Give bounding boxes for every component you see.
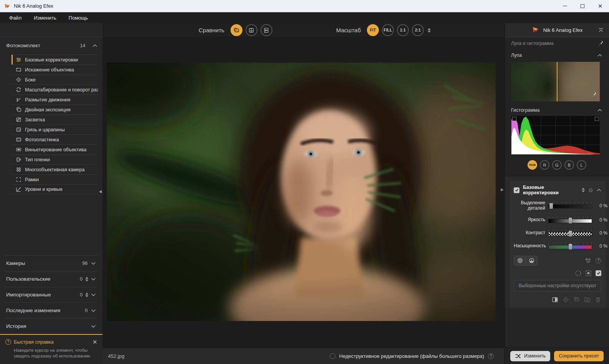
stepper-icon[interactable] bbox=[85, 277, 88, 281]
diamond-plus-icon[interactable] bbox=[563, 296, 569, 303]
loupe-image bbox=[511, 62, 600, 101]
loupe-preview[interactable] bbox=[511, 62, 600, 101]
zoom-fill-button[interactable]: FILL bbox=[382, 24, 394, 36]
chevron-up-icon[interactable] bbox=[597, 54, 602, 57]
trash-icon[interactable] bbox=[595, 296, 601, 303]
reorder-stepper-icon[interactable] bbox=[582, 188, 585, 192]
collapse-left-panel-icon[interactable]: ◀ bbox=[99, 189, 102, 194]
collapse-right-panel-icon[interactable]: ▶ bbox=[501, 187, 504, 192]
photokit-label: Фотокомплект bbox=[6, 43, 40, 48]
sidebar-item-zoom-rotate[interactable]: Масштабирование и поворот раз… bbox=[12, 84, 98, 94]
chevron-down-icon[interactable] bbox=[91, 325, 96, 328]
channel-b-button[interactable]: B bbox=[564, 160, 574, 170]
contrast-slider[interactable] bbox=[549, 229, 592, 237]
zoom-fit-button[interactable]: FIT bbox=[367, 24, 379, 36]
sidebar-item-motion-blur[interactable]: Размытие движения bbox=[12, 94, 98, 104]
filename-label: 452.jpg bbox=[108, 353, 124, 359]
quick-help-text: Наведите курсор на элемент, чтобы увидет… bbox=[14, 347, 97, 359]
slider-label: Насыщенность bbox=[514, 243, 545, 249]
help-icon[interactable]: ? bbox=[596, 258, 601, 263]
collection-cameras[interactable]: Камеры 96 bbox=[5, 255, 98, 271]
folder-target-icon[interactable] bbox=[584, 296, 591, 303]
close-button[interactable]: ✕ bbox=[591, 0, 609, 12]
stepper-icon[interactable] bbox=[85, 293, 88, 297]
menu-help[interactable]: Помощь bbox=[67, 14, 90, 22]
sidebar-item-bokeh[interactable]: Боке bbox=[12, 74, 98, 84]
right-panel-spacer bbox=[505, 308, 609, 347]
menubar: Файл Изменить Помощь bbox=[0, 12, 609, 23]
nondestructive-checkbox[interactable] bbox=[330, 353, 335, 359]
detail-extraction-slider[interactable] bbox=[549, 202, 592, 210]
chevron-down-icon[interactable] bbox=[91, 262, 96, 265]
chevron-up-icon[interactable] bbox=[597, 109, 602, 112]
brightness-slider[interactable] bbox=[549, 216, 592, 224]
close-icon[interactable]: ✕ bbox=[92, 339, 97, 345]
sidebar-item-double-exposure[interactable]: Двойная экспозиция bbox=[12, 104, 98, 114]
loupe-section-header[interactable]: Лупа bbox=[505, 50, 609, 61]
sidebar-item-light-leaks[interactable]: Засветка bbox=[12, 114, 98, 124]
maximize-button[interactable] bbox=[574, 0, 591, 12]
chevron-up-icon[interactable] bbox=[93, 44, 97, 47]
channel-l-button[interactable]: L bbox=[577, 160, 586, 170]
collection-history[interactable]: История bbox=[5, 318, 98, 334]
slider-detail-extraction: Выделение деталей 0 % bbox=[514, 200, 601, 211]
save-preset-button[interactable]: Сохранить пресет bbox=[554, 351, 604, 361]
copy-plus-icon[interactable] bbox=[573, 296, 580, 303]
dashed-square-icon[interactable] bbox=[585, 270, 592, 276]
dashed-circle-icon[interactable] bbox=[575, 270, 581, 276]
control-point-list-icon[interactable] bbox=[585, 258, 591, 263]
chevron-down-icon[interactable] bbox=[91, 309, 96, 312]
sidebar-item-frames[interactable]: Рамки bbox=[12, 174, 98, 184]
histogram-section-header[interactable]: Гистограмма bbox=[505, 104, 609, 116]
chevron-up-icon[interactable] bbox=[597, 189, 601, 192]
chevron-down-icon[interactable] bbox=[91, 293, 96, 296]
zoom-stepper-icon[interactable] bbox=[428, 28, 431, 33]
dock-collapse-icon[interactable] bbox=[598, 27, 604, 34]
edit-button[interactable]: Изменить bbox=[510, 351, 550, 361]
minimize-button[interactable] bbox=[556, 0, 574, 12]
channel-rgb-button[interactable]: RGB bbox=[528, 160, 537, 170]
sidebar-item-lens-vignette[interactable]: Виньетирование объектива bbox=[12, 144, 98, 154]
before-after-icon[interactable] bbox=[552, 296, 558, 303]
loupe-split-line[interactable] bbox=[557, 62, 558, 101]
channel-r-button[interactable]: R bbox=[540, 160, 549, 170]
menu-edit[interactable]: Изменить bbox=[32, 14, 58, 22]
slider-value: 0 % bbox=[595, 203, 607, 208]
pin-icon[interactable] bbox=[591, 91, 597, 98]
sidebar-item-lens-distortion[interactable]: Искажение объектива bbox=[12, 65, 98, 74]
adjustment-enabled-checkbox[interactable] bbox=[514, 187, 519, 193]
loupe-label: Лупа bbox=[511, 53, 522, 58]
sidebar-item-dirt-scratches[interactable]: Грязь и царапины bbox=[12, 124, 98, 134]
copy-icon bbox=[15, 107, 22, 113]
remove-circle-icon[interactable] bbox=[588, 188, 593, 193]
sidebar-item-basic-adjustments[interactable]: Базовые корректировки bbox=[12, 55, 98, 65]
menu-file[interactable]: Файл bbox=[8, 14, 23, 22]
photokit-header[interactable]: Фотокомплект 14 bbox=[0, 37, 103, 51]
sidebar-item-multi-lens-camera[interactable]: Многообъективная камера bbox=[12, 164, 98, 174]
sidebar-item-levels-curves[interactable]: Уровни и кривые bbox=[12, 184, 98, 194]
channel-g-button[interactable]: G bbox=[552, 160, 562, 170]
collection-recent[interactable]: Последние изменения 0 bbox=[5, 303, 98, 318]
add-control-point-button[interactable] bbox=[514, 256, 526, 265]
compare-split-horizontal-button[interactable] bbox=[261, 24, 272, 36]
compare-single-button[interactable] bbox=[231, 24, 242, 36]
add-control-line-button[interactable] bbox=[526, 256, 537, 265]
chevron-down-icon[interactable] bbox=[91, 278, 96, 281]
pin-icon[interactable] bbox=[598, 40, 604, 47]
zoom-1-1-button[interactable]: 1:1 bbox=[397, 24, 409, 36]
help-icon[interactable]: ? bbox=[488, 353, 494, 359]
loupe-histogram-label: Лупа и гистограмма bbox=[511, 41, 554, 46]
selective-apply-checkbox[interactable] bbox=[596, 270, 601, 276]
left-sidebar: Фотокомплект 14 Базовые корректировки Ис… bbox=[0, 23, 103, 364]
collection-label: Пользовательские bbox=[6, 276, 50, 282]
sidebar-item-label: Многообъективная камера bbox=[25, 167, 85, 172]
sidebar-item-photo-plate[interactable]: Фотопластинка bbox=[12, 134, 98, 144]
collection-imported[interactable]: Импортированные 0 bbox=[5, 287, 98, 303]
collection-label: История bbox=[6, 323, 26, 329]
compare-split-vertical-button[interactable] bbox=[246, 24, 257, 36]
zoom-2-1-button[interactable]: 2:1 bbox=[412, 24, 424, 36]
sidebar-item-label: Рамки bbox=[25, 177, 39, 182]
sidebar-item-film-type[interactable]: Тип пленки bbox=[12, 154, 98, 164]
collection-custom[interactable]: Пользовательские 0 bbox=[5, 271, 98, 287]
saturation-slider[interactable] bbox=[549, 242, 592, 250]
